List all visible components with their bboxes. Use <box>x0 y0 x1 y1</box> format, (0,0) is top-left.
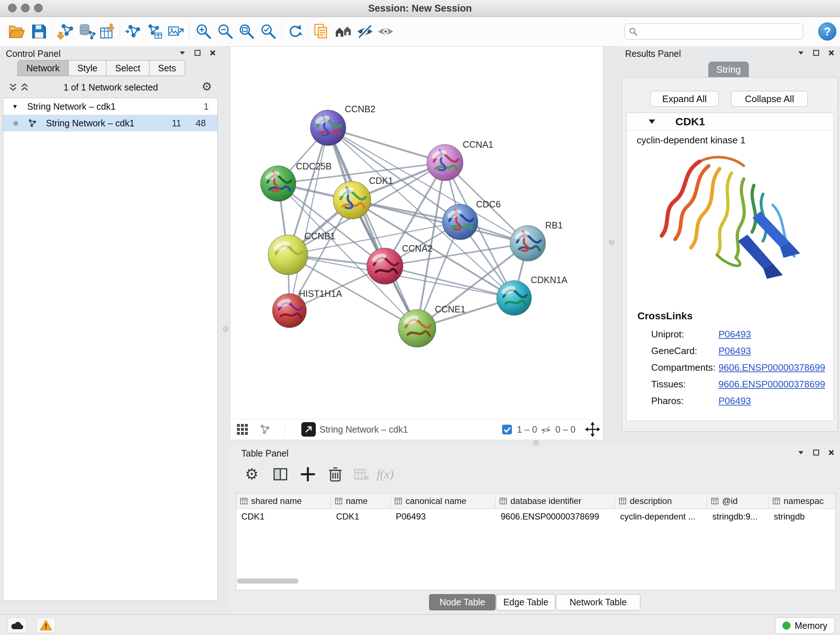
splitter-handle-left[interactable] <box>223 326 228 332</box>
float-panel-icon[interactable] <box>194 49 201 57</box>
new-network-from-selection-button[interactable] <box>145 22 164 41</box>
network-node-CCNE1[interactable] <box>398 310 436 347</box>
network-node-CCNB1[interactable] <box>268 235 308 275</box>
show-columns-icon[interactable] <box>271 465 290 484</box>
column-header[interactable]: description <box>615 494 707 509</box>
copy-document-button[interactable] <box>311 22 330 41</box>
eye-slash-icon <box>356 22 374 41</box>
network-row-selected[interactable]: String Network – cdk1 11 48 <box>3 115 218 131</box>
zoom-in-button[interactable] <box>194 22 213 41</box>
grid-view-icon[interactable] <box>237 424 248 435</box>
new-network-button[interactable] <box>123 22 142 41</box>
node-label-CDKN1A: CDKN1A <box>531 275 568 285</box>
pan-crosshair-icon[interactable] <box>585 422 600 437</box>
open-session-button[interactable] <box>7 22 26 41</box>
network-options-gear-icon[interactable]: ⚙ <box>202 80 212 93</box>
close-panel-icon[interactable] <box>209 49 216 57</box>
birdseye-toggle-button[interactable] <box>302 422 316 437</box>
save-session-button[interactable] <box>30 22 49 41</box>
network-node-RB1[interactable] <box>510 226 546 261</box>
network-node-CDK1[interactable] <box>333 181 371 219</box>
table-cell[interactable]: P06493 <box>391 509 496 524</box>
network-canvas[interactable]: CCNB2CCNA1CDC25BCDK1CDC6RB1CCNB1CCNA2CDK… <box>231 46 603 419</box>
import-table-from-file-button[interactable] <box>98 22 117 41</box>
tab-edge-table[interactable]: Edge Table <box>496 594 555 610</box>
show-all-button[interactable] <box>376 22 395 41</box>
crosslink-link[interactable]: 9606.ENSP00000378699 <box>718 362 825 373</box>
collapse-all-button[interactable]: Collapse All <box>731 91 808 107</box>
table-cell[interactable]: stringdb <box>769 509 834 524</box>
search-box[interactable] <box>624 24 803 40</box>
horizontal-scrollbar-thumb[interactable] <box>237 578 298 584</box>
panel-menu-icon[interactable] <box>179 49 186 57</box>
crosslink-link[interactable]: P06493 <box>718 345 751 356</box>
table-cell[interactable]: cyclin-dependent ... <box>615 509 707 524</box>
add-column-plus-icon[interactable] <box>298 465 317 484</box>
gene-header-row[interactable]: CDK1 <box>627 113 834 131</box>
search-input[interactable] <box>641 26 800 37</box>
crosslink-row: Tissues:9606.ENSP00000378699 <box>651 376 825 393</box>
warning-status-button[interactable] <box>36 617 56 633</box>
panel-menu-icon[interactable] <box>797 449 805 456</box>
network-collection-row[interactable]: ▼ String Network – cdk1 1 <box>3 98 218 115</box>
float-panel-icon[interactable] <box>813 449 820 456</box>
memory-button[interactable]: Memory <box>775 617 835 634</box>
delete-column-trash-icon[interactable] <box>326 465 345 484</box>
table-settings-gear-icon[interactable]: ⚙ <box>245 465 259 484</box>
warning-icon <box>39 619 52 631</box>
tab-string[interactable]: String <box>708 62 749 78</box>
table-cell[interactable]: 9606.ENSP00000378699 <box>496 509 615 524</box>
splitter-handle-right[interactable] <box>609 240 614 245</box>
network-node-HIST1H1A[interactable] <box>272 294 306 328</box>
tab-network-table[interactable]: Network Table <box>556 594 640 610</box>
hidden-eye-slash-icon[interactable] <box>540 424 552 436</box>
column-header[interactable]: @id <box>707 494 769 509</box>
zoom-out-button[interactable] <box>216 22 235 41</box>
help-button[interactable]: ? <box>818 22 836 41</box>
network-node-CCNA2[interactable] <box>367 248 403 284</box>
network-node-CDC6[interactable] <box>442 204 478 240</box>
tab-network[interactable]: Network <box>17 60 69 76</box>
table-cell[interactable]: stringdb:9... <box>707 509 769 524</box>
import-network-from-database-button[interactable] <box>77 22 96 41</box>
gene-collapse-icon[interactable] <box>648 119 655 125</box>
export-image-button[interactable] <box>166 22 185 41</box>
collection-disclosure-icon[interactable]: ▼ <box>12 98 18 115</box>
crosslink-link[interactable]: P06493 <box>718 395 751 406</box>
column-header[interactable]: canonical name <box>391 494 496 509</box>
close-panel-icon[interactable] <box>828 49 835 57</box>
zoom-fit-button[interactable] <box>237 22 256 41</box>
splitter-handle-bottom[interactable] <box>533 440 538 446</box>
network-node-CDC25B[interactable] <box>261 166 296 201</box>
panel-menu-icon[interactable] <box>797 49 805 57</box>
network-node-CCNA1[interactable] <box>427 144 463 181</box>
network-edge-CCNB2-HIST1H1A[interactable] <box>289 128 328 310</box>
tab-sets[interactable]: Sets <box>149 60 185 76</box>
crosslink-label: Compartments: <box>651 359 718 376</box>
expand-all-button[interactable]: Expand All <box>650 91 719 107</box>
hide-selected-button[interactable] <box>355 22 374 41</box>
column-header[interactable]: shared name <box>236 494 331 509</box>
table-cell[interactable]: CDK1 <box>331 509 391 524</box>
tab-node-table[interactable]: Node Table <box>429 594 496 610</box>
import-network-from-file-button[interactable] <box>57 22 75 41</box>
home-view-button[interactable] <box>334 22 353 41</box>
table-row[interactable]: CDK1 CDK1 P06493 9606.ENSP00000378699 cy… <box>236 509 835 524</box>
selected-checkbox-icon[interactable] <box>502 424 512 435</box>
column-header[interactable]: name <box>331 494 391 509</box>
column-header[interactable]: namespac <box>769 494 834 509</box>
close-panel-icon[interactable] <box>828 449 835 456</box>
network-node-CCNB2[interactable] <box>310 110 346 146</box>
apply-layout-button[interactable] <box>286 22 305 41</box>
cloud-status-button[interactable] <box>7 617 27 633</box>
crosslink-link[interactable]: 9606.ENSP00000378699 <box>718 379 825 390</box>
float-panel-icon[interactable] <box>813 49 820 57</box>
crosslink-link[interactable]: P06493 <box>718 329 751 340</box>
column-header[interactable]: database identifier <box>496 494 615 509</box>
tab-select[interactable]: Select <box>106 60 149 76</box>
zoom-selected-button[interactable] <box>259 22 278 41</box>
table-cell[interactable]: CDK1 <box>236 509 331 524</box>
network-share-icon[interactable] <box>259 423 271 435</box>
network-node-CDKN1A[interactable] <box>497 280 531 315</box>
tab-style[interactable]: Style <box>69 60 107 76</box>
